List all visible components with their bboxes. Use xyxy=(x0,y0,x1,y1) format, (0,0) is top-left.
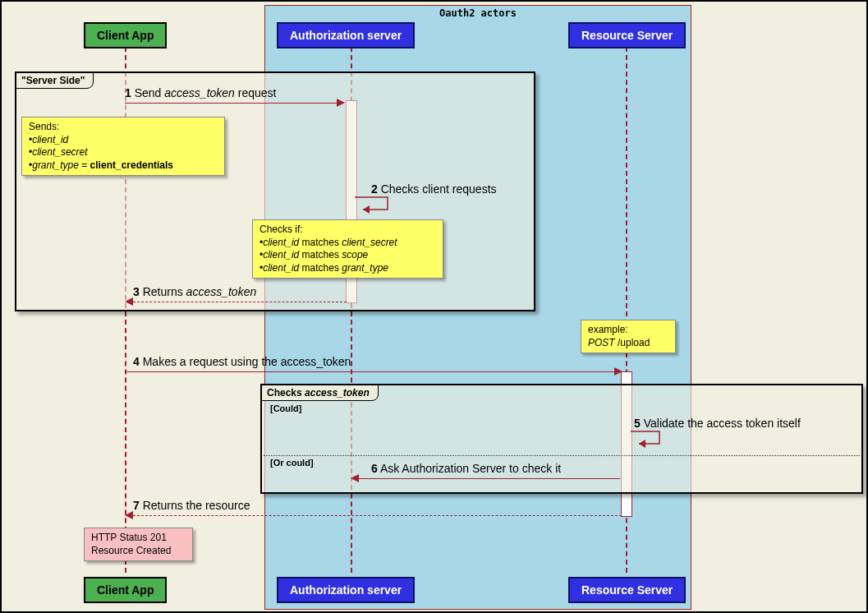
note-response: HTTP Status 201 Resource Created xyxy=(84,528,193,561)
arrow-4-head xyxy=(614,367,622,376)
arrow-6-head xyxy=(351,474,359,482)
actor-auth-bottom: Authorization server xyxy=(277,577,415,603)
actor-resource-top: Resource Server xyxy=(568,22,686,48)
msg-6: 6 Ask Authorization Server to check it xyxy=(371,462,561,475)
frame-checks-token-tab: Checks access_token xyxy=(261,385,379,401)
actor-resource-bottom: Resource Server xyxy=(568,577,686,603)
arrow-4 xyxy=(125,371,616,372)
arrow-3-head xyxy=(125,297,133,306)
arrow-7 xyxy=(133,515,622,516)
actor-auth-top: Authorization server xyxy=(277,22,415,48)
diagram-canvas: Oauth2 actors Client App Authorization s… xyxy=(0,0,868,613)
arrow-5-self xyxy=(631,429,672,449)
arrow-3 xyxy=(133,302,347,302)
note-sends: Sends: •client_id •client_secret •grant_… xyxy=(21,117,225,176)
alt-divider xyxy=(264,455,860,456)
msg-4: 4 Makes a request using the access_token xyxy=(133,355,351,368)
arrow-1-head xyxy=(337,99,345,107)
frame-server-side-tab: "Server Side" xyxy=(16,72,94,89)
msg-5: 5 Validate the access token itself xyxy=(634,417,801,430)
alt-could: [Could] xyxy=(270,403,301,413)
msg-2: 2 Checks client requests xyxy=(371,182,497,196)
arrow-1 xyxy=(125,103,338,104)
note-checks: Checks if: •client_id matches client_sec… xyxy=(252,219,443,279)
msg-1: 1 Send access_token request xyxy=(125,86,276,99)
actor-client-bottom: Client App xyxy=(84,577,167,603)
arrow-6 xyxy=(359,478,620,479)
msg-7: 7 Returns the resource xyxy=(133,499,250,512)
actor-client-top: Client App xyxy=(84,22,167,48)
alt-or-could: [Or could] xyxy=(270,458,314,468)
oauth-group-title: Oauth2 actors xyxy=(439,7,517,19)
msg-3: 3 Returns access_token xyxy=(133,285,256,298)
arrow-2-self xyxy=(355,195,396,215)
arrow-7-head xyxy=(125,511,133,519)
note-example: example: POST /upload xyxy=(581,320,676,353)
